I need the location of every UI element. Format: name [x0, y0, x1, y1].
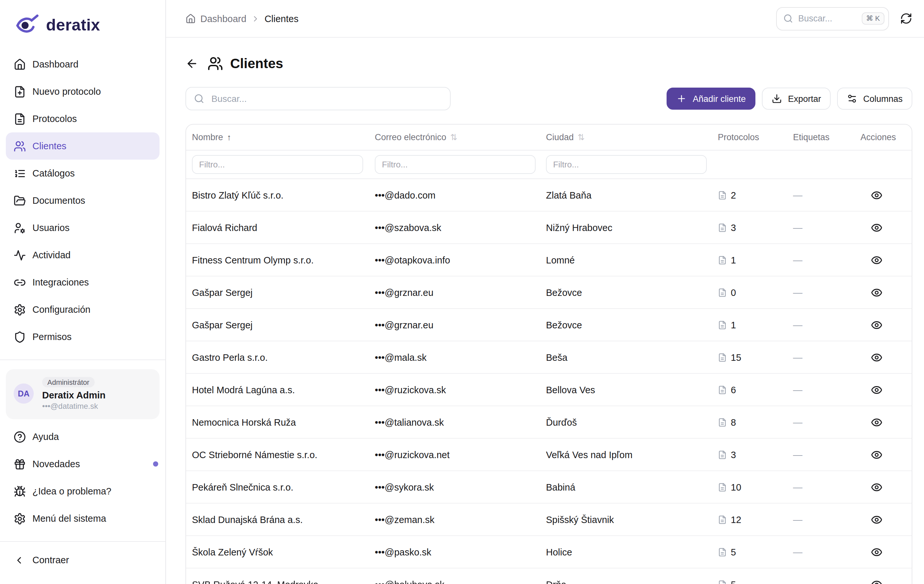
page-title-text: Clientes [230, 56, 283, 71]
gear-icon [13, 303, 26, 316]
view-client-button[interactable] [871, 481, 883, 493]
sidebar-item-integraciones[interactable]: Integraciones [6, 269, 160, 296]
toolbar: Añadir cliente Exportar Columnas [185, 87, 912, 110]
cell-protocols: 1 [712, 255, 787, 265]
view-client-button[interactable] [871, 384, 883, 395]
sidebar-item-protocolos[interactable]: Protocolos [6, 105, 160, 132]
view-client-button[interactable] [871, 416, 883, 428]
collapse-sidebar-button[interactable]: Contraer [0, 546, 165, 574]
table-row[interactable]: Gašpar Sergej •••@grznar.eu Bežovce 0 — [186, 276, 912, 309]
cell-name: Sklad Dunajská Brána a.s. [186, 514, 369, 524]
cell-protocols: 5 [712, 547, 787, 557]
columns-button[interactable]: Columnas [837, 88, 912, 110]
user-card[interactable]: DA Administrátor Deratix Admin •••@datat… [6, 369, 160, 419]
sidebar-item-documentos[interactable]: Documentos [6, 187, 160, 214]
export-button[interactable]: Exportar [762, 88, 831, 110]
column-label: Ciudad [546, 132, 574, 142]
table-row[interactable]: Gašpar Sergej •••@grznar.eu Bežovce 1 — [186, 309, 912, 341]
cell-protocols: 0 [712, 287, 787, 298]
column-header-ciudad[interactable]: Ciudad ⇅ [540, 132, 712, 142]
sidebar-item-label: Catálogos [32, 168, 75, 179]
cell-name: Fitness Centrum Olymp s.r.o. [186, 255, 369, 265]
sidebar-item-catalogos[interactable]: Catálogos [6, 160, 160, 187]
filter-nombre-input[interactable] [192, 155, 363, 174]
cell-email: •••@grznar.eu [369, 319, 540, 330]
table-row[interactable]: Gastro Perla s.r.o. •••@mala.sk Beša 15 … [186, 341, 912, 374]
sidebar-item-menu-sistema[interactable]: Menú del sistema [6, 505, 160, 532]
table-row[interactable]: Pekáreň Slnečnica s.r.o. •••@sykora.sk B… [186, 471, 912, 503]
table-search[interactable] [185, 87, 450, 110]
table-row[interactable]: Nemocnica Horská Ruža •••@talianova.sk Ď… [186, 406, 912, 438]
filter-correo-input[interactable] [375, 155, 536, 174]
home-icon [13, 58, 26, 70]
global-search[interactable]: Buscar... ⌘ K [776, 7, 889, 30]
export-label: Exportar [788, 94, 821, 104]
brand-logo[interactable]: deratix [0, 0, 165, 45]
cell-city: Holice [540, 547, 712, 557]
cell-tags: — [787, 352, 855, 362]
cell-name: Pekáreň Slnečnica s.r.o. [186, 482, 369, 492]
view-client-button[interactable] [871, 579, 883, 584]
sidebar-item-usuarios[interactable]: Usuarios [6, 214, 160, 242]
file-text-icon [718, 385, 727, 394]
add-client-button[interactable]: Añadir cliente [667, 88, 756, 110]
sidebar-item-label: Clientes [32, 141, 66, 151]
user-name: Deratix Admin [42, 390, 152, 400]
table-row[interactable]: Bistro Zlatý Kľúč s.r.o. •••@dado.com Zl… [186, 179, 912, 212]
cell-email: •••@ruzickova.net [369, 449, 540, 460]
sidebar-item-nuevo-protocolo[interactable]: Nuevo protocolo [6, 78, 160, 105]
cell-protocols: 10 [712, 482, 787, 492]
sidebar-item-label: Documentos [32, 195, 85, 206]
protocols-count: 1 [731, 319, 736, 330]
cell-name: SVB Ružová 12-14, Modrovka [186, 579, 369, 584]
table-row[interactable]: Hotel Modrá Lagúna a.s. •••@ruzickova.sk… [186, 374, 912, 406]
avatar: DA [13, 384, 34, 404]
table-row[interactable]: OC Strieborné Námestie s.r.o. •••@ruzick… [186, 438, 912, 471]
view-client-button[interactable] [871, 546, 883, 558]
sidebar-item-ayuda[interactable]: Ayuda [6, 423, 160, 450]
table-row[interactable]: SVB Ružová 12-14, Modrovka •••@holubova.… [186, 568, 912, 584]
view-client-button[interactable] [871, 449, 883, 460]
sidebar-item-configuracion[interactable]: Configuración [6, 296, 160, 323]
view-client-button[interactable] [871, 286, 883, 298]
view-client-button[interactable] [871, 514, 883, 525]
breadcrumb-dashboard[interactable]: Dashboard [200, 13, 246, 24]
column-header-nombre[interactable]: Nombre ↑ [186, 132, 369, 142]
view-client-button[interactable] [871, 222, 883, 233]
back-button[interactable] [185, 57, 198, 70]
sidebar-item-permisos[interactable]: Permisos [6, 323, 160, 351]
sidebar-item-dashboard[interactable]: Dashboard [6, 51, 160, 78]
refresh-button[interactable] [900, 12, 912, 25]
table-search-input[interactable] [210, 93, 442, 104]
eye-icon [871, 189, 883, 201]
filter-ciudad-input[interactable] [546, 155, 707, 174]
users-icon [13, 140, 26, 152]
cell-tags: — [787, 255, 855, 265]
sidebar-item-clientes[interactable]: Clientes [6, 132, 160, 160]
cell-name: Nemocnica Horská Ruža [186, 417, 369, 427]
table-row[interactable]: Sklad Dunajská Brána a.s. •••@zeman.sk S… [186, 503, 912, 536]
users-icon [208, 56, 223, 71]
sidebar-item-actividad[interactable]: Actividad [6, 242, 160, 269]
column-header-correo[interactable]: Correo electrónico ⇅ [369, 132, 540, 142]
title-row: Clientes [185, 53, 912, 74]
view-client-button[interactable] [871, 189, 883, 201]
sort-icon: ⇅ [450, 132, 457, 142]
table-row[interactable]: Škola Zelený Vŕšok •••@pasko.sk Holice 5… [186, 536, 912, 568]
cell-city: Bežovce [540, 319, 712, 330]
gift-icon [13, 458, 26, 470]
view-client-button[interactable] [871, 351, 883, 363]
eye-icon [871, 286, 883, 298]
view-client-button[interactable] [871, 254, 883, 266]
table-row[interactable]: Fialová Richard •••@szabova.sk Nižný Hra… [186, 212, 912, 244]
cell-tags: — [787, 449, 855, 460]
sidebar-item-label: Usuarios [32, 223, 69, 233]
view-client-button[interactable] [871, 319, 883, 331]
sidebar-item-label: ¿Idea o problema? [32, 486, 111, 496]
cell-protocols: 1 [712, 319, 787, 330]
table-row[interactable]: Fitness Centrum Olymp s.r.o. •••@otapkov… [186, 244, 912, 276]
sidebar-item-idea-problema[interactable]: ¿Idea o problema? [6, 478, 160, 505]
cell-tags: — [787, 417, 855, 427]
notification-dot [153, 462, 158, 467]
sidebar-item-novedades[interactable]: Novedades [6, 450, 160, 478]
